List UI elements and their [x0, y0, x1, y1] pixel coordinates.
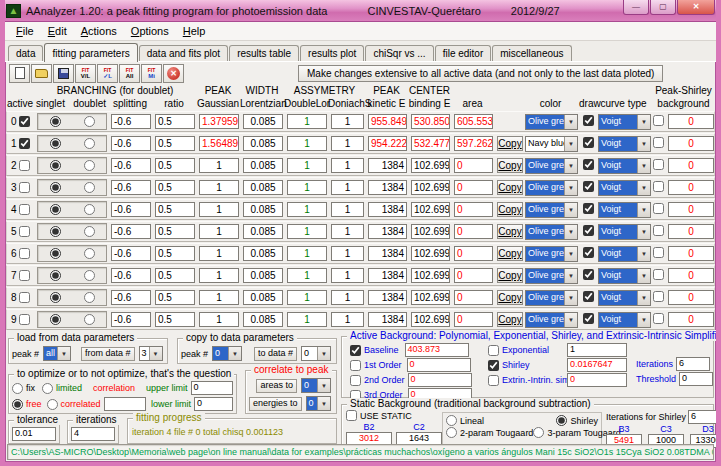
lorentzian-field[interactable]: 0.085	[243, 202, 283, 217]
lineal-radio[interactable]	[446, 415, 457, 426]
chevron-down-icon[interactable]: ▼	[637, 137, 650, 151]
doublet-radio[interactable]	[84, 138, 95, 149]
peak-shirley-field[interactable]: 0	[668, 224, 714, 239]
peak-shirley-field[interactable]: 0	[668, 202, 714, 217]
doniachs-field[interactable]: 1	[331, 180, 364, 195]
active-checkbox[interactable]	[19, 182, 30, 193]
color-combo[interactable]: Navy blue▼	[525, 136, 578, 152]
tab-miscellaneous[interactable]: miscellaneous	[492, 45, 571, 61]
open-file-button[interactable]	[31, 64, 52, 83]
binding-field[interactable]: 102.6995	[411, 268, 450, 283]
fit-check-button[interactable]: FIT✓L	[97, 64, 118, 83]
binding-field[interactable]: 102.6995	[411, 224, 450, 239]
ratio-field[interactable]: 0.5	[155, 136, 195, 151]
doniachs-field[interactable]: 1	[331, 136, 364, 151]
splitting-field[interactable]: -0.6	[111, 202, 151, 217]
binding-field[interactable]: 102.6995	[411, 202, 450, 217]
kinetic-field[interactable]: 954.2227	[368, 136, 407, 151]
doublet-radio[interactable]	[84, 314, 95, 325]
ratio-field[interactable]: 0.5	[155, 180, 195, 195]
to-data-button[interactable]: to data #	[254, 347, 297, 361]
draw-checkbox[interactable]	[583, 313, 594, 324]
draw-checkbox[interactable]	[583, 269, 594, 280]
doniachs-field[interactable]: 1	[331, 202, 364, 217]
doniachs-field[interactable]: 1	[331, 158, 364, 173]
lorentzian-field[interactable]: 0.085	[243, 268, 283, 283]
chevron-down-icon[interactable]: ▼	[637, 291, 650, 305]
ratio-field[interactable]: 0.5	[155, 202, 195, 217]
lorentzian-field[interactable]: 0.085	[243, 114, 283, 129]
threshold-field[interactable]: 0	[679, 372, 713, 386]
color-combo[interactable]: Olive green▼	[525, 114, 578, 130]
static-shirley-radio[interactable]	[556, 415, 567, 426]
singlet-radio[interactable]	[50, 116, 61, 127]
fit-all-button[interactable]: FITAll	[119, 64, 140, 83]
chevron-down-icon[interactable]: ▼	[317, 397, 330, 410]
doublelor-field[interactable]: 1	[287, 290, 327, 305]
chevron-down-icon[interactable]: ▼	[564, 159, 577, 173]
singlet-radio[interactable]	[50, 204, 61, 215]
copy-button[interactable]: Copy	[497, 136, 523, 151]
color-combo[interactable]: Olive green▼	[525, 202, 578, 218]
singlet-radio[interactable]	[50, 292, 61, 303]
doublelor-field[interactable]: 1	[287, 312, 327, 327]
doublet-radio[interactable]	[84, 270, 95, 281]
shirley-checkbox[interactable]	[488, 360, 499, 371]
kinetic-field[interactable]: 1384	[368, 246, 407, 261]
area-field[interactable]: 605.553	[454, 114, 493, 129]
menu-edit[interactable]: Edit	[41, 23, 74, 39]
static-iterations-field[interactable]: 6	[688, 410, 718, 424]
copy-button[interactable]: Copy	[497, 290, 523, 305]
ratio-field[interactable]: 0.5	[155, 290, 195, 305]
splitting-field[interactable]: -0.6	[111, 158, 151, 173]
menu-help[interactable]: Help	[176, 23, 213, 39]
binding-field[interactable]: 102.6995	[411, 290, 450, 305]
active-checkbox[interactable]	[19, 138, 30, 149]
limited-radio[interactable]	[42, 383, 53, 394]
doublelor-field[interactable]: 1	[287, 224, 327, 239]
first-order-checkbox[interactable]	[350, 360, 361, 371]
color-combo[interactable]: Olive green▼	[525, 158, 578, 174]
to-data-combo[interactable]: 0▼	[301, 346, 331, 361]
chevron-down-icon[interactable]: ▼	[564, 115, 577, 129]
peak-shirley-checkbox[interactable]	[653, 225, 664, 236]
chevron-down-icon[interactable]: ▼	[564, 269, 577, 283]
active-checkbox[interactable]	[19, 204, 30, 215]
area-field[interactable]: 0	[454, 202, 493, 217]
curve-type-combo[interactable]: Voigt▼	[598, 312, 651, 328]
upper-limit-field[interactable]: 0	[191, 381, 233, 395]
extrin-checkbox[interactable]	[488, 375, 499, 386]
draw-checkbox[interactable]	[583, 159, 594, 170]
lorentzian-field[interactable]: 0.085	[243, 136, 283, 151]
kinetic-field[interactable]: 1384	[368, 224, 407, 239]
kinetic-field[interactable]: 1384	[368, 180, 407, 195]
correlated-radio[interactable]	[47, 399, 58, 410]
gaussian-field[interactable]: 1.37959	[199, 114, 239, 129]
chevron-down-icon[interactable]: ▼	[564, 247, 577, 261]
gaussian-field[interactable]: 1	[199, 202, 239, 217]
area-field[interactable]: 0	[454, 268, 493, 283]
doublelor-field[interactable]: 1	[287, 136, 327, 151]
chevron-down-icon[interactable]: ▼	[564, 291, 577, 305]
tab-results-table[interactable]: results table	[229, 45, 299, 61]
free-radio[interactable]	[12, 399, 23, 410]
draw-checkbox[interactable]	[583, 203, 594, 214]
tab-chisqr-vs-[interactable]: chiSqr vs ...	[365, 45, 433, 61]
chevron-down-icon[interactable]: ▼	[637, 181, 650, 195]
areas-to-combo[interactable]: 0▼	[301, 378, 331, 393]
copy-button[interactable]: Copy	[497, 246, 523, 261]
tab-results-plot[interactable]: results plot	[300, 45, 364, 61]
splitting-field[interactable]: -0.6	[111, 224, 151, 239]
peak-shirley-field[interactable]: 0	[668, 312, 714, 327]
correlated-field[interactable]	[104, 397, 147, 411]
singlet-radio[interactable]	[50, 138, 61, 149]
new-file-button[interactable]	[9, 64, 30, 83]
iterations-field[interactable]: 4	[71, 427, 115, 441]
second-order-field[interactable]: 0	[408, 373, 472, 387]
peak-shirley-checkbox[interactable]	[653, 181, 664, 192]
area-field[interactable]: 0	[454, 180, 493, 195]
use-static-checkbox[interactable]	[346, 410, 357, 421]
load-peak-combo[interactable]: all▼	[43, 346, 71, 361]
extrin-field[interactable]: 0	[567, 373, 627, 387]
chevron-down-icon[interactable]: ▼	[317, 379, 330, 392]
